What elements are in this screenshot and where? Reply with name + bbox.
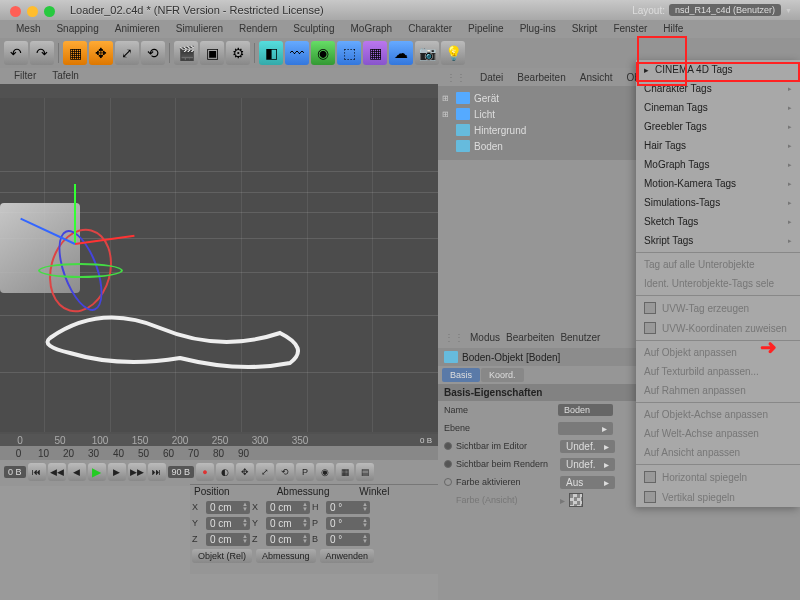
light-icon[interactable]: 💡 xyxy=(441,41,465,65)
attr-benutzer[interactable]: Benutzer xyxy=(560,332,600,346)
pos-z-field[interactable]: 0 cm▲▼ xyxy=(206,533,250,546)
filter-menu[interactable]: Filter xyxy=(6,68,44,84)
zoom-window-button[interactable] xyxy=(44,6,55,17)
generator-icon[interactable]: ⬚ xyxy=(337,41,361,65)
nurbs-icon[interactable]: ◉ xyxy=(311,41,335,65)
objmgr-bearbeiten[interactable]: Bearbeiten xyxy=(513,72,569,83)
attr-modus[interactable]: Modus xyxy=(470,332,500,346)
dim-z-field[interactable]: 0 cm▲▼ xyxy=(266,533,310,546)
menu-charakter[interactable]: Charakter xyxy=(400,20,460,38)
bullet-icon[interactable] xyxy=(444,478,452,486)
minimize-window-button[interactable] xyxy=(27,6,38,17)
redo-icon[interactable]: ↷ xyxy=(30,41,54,65)
menu-animieren[interactable]: Animieren xyxy=(107,20,168,38)
dd-skript-tags[interactable]: Skript Tags▸ xyxy=(636,231,800,250)
layout-dropdown-icon[interactable]: ▼ xyxy=(785,7,792,14)
dim-y-field[interactable]: 0 cm▲▼ xyxy=(266,517,310,530)
dd-mograph-tags[interactable]: MoGraph Tags▸ xyxy=(636,155,800,174)
pos-y-field[interactable]: 0 cm▲▼ xyxy=(206,517,250,530)
apply-button[interactable]: Anwenden xyxy=(320,549,375,563)
render-settings-icon[interactable]: ⚙ xyxy=(226,41,250,65)
dd-mirror-h: Horizontal spiegeln xyxy=(636,467,800,487)
timeline-start-field[interactable]: 0 B xyxy=(4,466,26,478)
objmgr-datei[interactable]: Datei xyxy=(476,72,507,83)
goto-start-icon[interactable]: ⏮ xyxy=(28,463,46,481)
key-selection-icon[interactable]: ✥ xyxy=(236,463,254,481)
dim-x-field[interactable]: 0 cm▲▼ xyxy=(266,501,310,514)
menu-hilfe[interactable]: Hilfe xyxy=(655,20,691,38)
tafeln-menu[interactable]: Tafeln xyxy=(44,68,87,84)
spline-icon[interactable]: 〰 xyxy=(285,41,309,65)
dd-charakter-tags[interactable]: Charakter Tags▸ xyxy=(636,79,800,98)
ang-b-field[interactable]: 0 °▲▼ xyxy=(326,533,370,546)
dimension-button[interactable]: Abmessung xyxy=(256,549,316,563)
key-p-icon[interactable]: P xyxy=(296,463,314,481)
name-field[interactable]: Boden xyxy=(558,404,613,416)
titlebar: Loader_02.c4d * (NFR Version - Restricte… xyxy=(0,0,800,20)
menu-pipeline[interactable]: Pipeline xyxy=(460,20,512,38)
scale-tool-icon[interactable]: ⤢ xyxy=(115,41,139,65)
render-region-icon[interactable]: ▣ xyxy=(200,41,224,65)
rotation-gizmo[interactable] xyxy=(38,228,123,313)
undo-icon[interactable]: ↶ xyxy=(4,41,28,65)
goto-end-icon[interactable]: ⏭ xyxy=(148,463,166,481)
camera-icon[interactable]: 📷 xyxy=(415,41,439,65)
next-key-icon[interactable]: ▶▶ xyxy=(128,463,146,481)
visible-render-selector[interactable]: Undef.▸ xyxy=(560,458,615,471)
dd-motion-kamera-tags[interactable]: Motion-Kamera Tags▸ xyxy=(636,174,800,193)
key-options-icon[interactable]: ◉ xyxy=(316,463,334,481)
play-icon[interactable]: ▶ xyxy=(88,463,106,481)
tl-extra2-icon[interactable]: ▤ xyxy=(356,463,374,481)
menu-fenster[interactable]: Fenster xyxy=(605,20,655,38)
dd-sketch-tags[interactable]: Sketch Tags▸ xyxy=(636,212,800,231)
menu-plugins[interactable]: Plug-ins xyxy=(512,20,564,38)
cube-primitive-icon[interactable]: ◧ xyxy=(259,41,283,65)
visible-editor-selector[interactable]: Undef.▸ xyxy=(560,440,615,453)
dd-cinema4d-tags[interactable]: ▸CINEMA 4D Tags xyxy=(636,60,800,79)
menu-simulieren[interactable]: Simulieren xyxy=(168,20,231,38)
menu-sculpting[interactable]: Sculpting xyxy=(285,20,342,38)
ang-h-field[interactable]: 0 °▲▼ xyxy=(326,501,370,514)
objmgr-ansicht[interactable]: Ansicht xyxy=(576,72,617,83)
autokey-icon[interactable]: ◐ xyxy=(216,463,234,481)
menu-skript[interactable]: Skript xyxy=(564,20,606,38)
bullet-icon[interactable] xyxy=(444,442,452,450)
pos-x-field[interactable]: 0 cm▲▼ xyxy=(206,501,250,514)
coord-mode-selector[interactable]: Objekt (Rel) xyxy=(192,549,252,563)
bullet-icon[interactable] xyxy=(444,460,452,468)
dd-cineman-tags[interactable]: Cineman Tags▸ xyxy=(636,98,800,117)
tab-basis[interactable]: Basis xyxy=(442,368,480,382)
dd-simulations-tags[interactable]: Simulations-Tags▸ xyxy=(636,193,800,212)
menu-mesh[interactable]: Mesh xyxy=(8,20,48,38)
viewport[interactable]: 050 100150 200250 300350 0 B xyxy=(0,84,438,446)
tab-koord[interactable]: Koord. xyxy=(481,368,524,382)
dd-greebler-tags[interactable]: Greebler Tags▸ xyxy=(636,117,800,136)
color-swatch[interactable] xyxy=(569,493,583,507)
record-icon[interactable]: ● xyxy=(196,463,214,481)
menu-snapping[interactable]: Snapping xyxy=(48,20,106,38)
menu-rendern[interactable]: Rendern xyxy=(231,20,285,38)
timeline-ruler[interactable]: 010 2030 4050 6070 8090 xyxy=(0,446,438,460)
deformer-icon[interactable]: ▦ xyxy=(363,41,387,65)
dd-hair-tags[interactable]: Hair Tags▸ xyxy=(636,136,800,155)
prev-frame-icon[interactable]: ◀ xyxy=(68,463,86,481)
dd-mirror-v: Vertikal spiegeln xyxy=(636,487,800,507)
close-window-button[interactable] xyxy=(10,6,21,17)
attr-bearbeiten[interactable]: Bearbeiten xyxy=(506,332,554,346)
layout-selector[interactable]: nsd_R14_c4d (Benutzer) xyxy=(669,4,781,16)
timeline-end-field[interactable]: 90 B xyxy=(168,466,195,478)
ebene-selector[interactable]: ▸ xyxy=(558,422,613,435)
menu-mograph[interactable]: MoGraph xyxy=(343,20,401,38)
move-tool-icon[interactable]: ✥ xyxy=(89,41,113,65)
environment-icon[interactable]: ☁ xyxy=(389,41,413,65)
next-frame-icon[interactable]: ▶ xyxy=(108,463,126,481)
select-tool-icon[interactable]: ▦ xyxy=(63,41,87,65)
key-rotate-icon[interactable]: ⟲ xyxy=(276,463,294,481)
ang-p-field[interactable]: 0 °▲▼ xyxy=(326,517,370,530)
color-activate-selector[interactable]: Aus▸ xyxy=(560,476,615,489)
prev-key-icon[interactable]: ◀◀ xyxy=(48,463,66,481)
rotate-tool-icon[interactable]: ⟲ xyxy=(141,41,165,65)
render-icon[interactable]: 🎬 xyxy=(174,41,198,65)
tl-extra1-icon[interactable]: ▦ xyxy=(336,463,354,481)
key-move-icon[interactable]: ⤢ xyxy=(256,463,274,481)
